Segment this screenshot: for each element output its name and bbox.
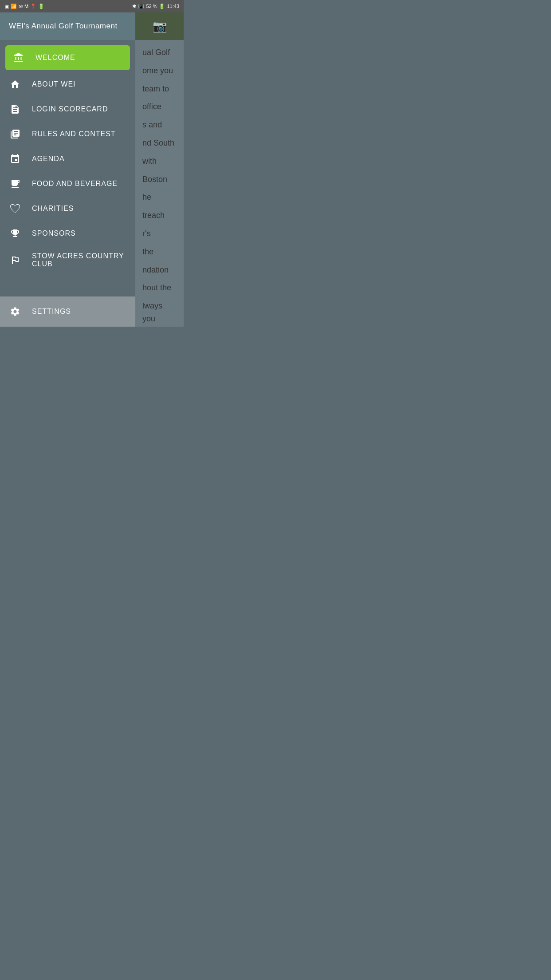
- sidebar-item-sponsors[interactable]: SPONSORS: [0, 221, 135, 246]
- content-area: ual Golf ome you team to office s and nd…: [135, 40, 184, 327]
- sidebar-item-scorecard[interactable]: LOGIN SCORECARD: [0, 97, 135, 122]
- sidebar-item-food-label: FOOD AND BEVERAGE: [32, 180, 118, 188]
- sidebar-title: WEI's Annual Golf Tournament: [9, 22, 118, 31]
- content-line-7: with: [142, 155, 177, 168]
- sidebar-header: WEI's Annual Golf Tournament: [0, 12, 135, 40]
- content-line-8: Boston: [142, 173, 177, 186]
- content-line-2: ome you: [142, 64, 177, 77]
- sim-icon: ▣: [4, 4, 9, 9]
- content-line-5: s and: [142, 119, 177, 131]
- sidebar-item-stow-label: STOW ACRES COUNTRY CLUB: [32, 252, 126, 268]
- content-line-13: ndation: [142, 264, 177, 277]
- content-line-10: treach: [142, 209, 177, 222]
- settings-icon: [9, 305, 21, 318]
- stow-icon: [9, 254, 21, 266]
- rules-icon: [9, 128, 21, 140]
- sidebar-item-agenda[interactable]: AGENDA: [0, 146, 135, 171]
- sidebar: WEI's Annual Golf Tournament WELCOME: [0, 12, 135, 327]
- charities-icon: [9, 202, 21, 215]
- app-container: WEI's Annual Golf Tournament WELCOME: [0, 12, 184, 327]
- content-line-15: lways you: [142, 300, 177, 325]
- content-line-4: office: [142, 100, 177, 113]
- agenda-icon: [9, 153, 21, 165]
- sidebar-item-rules-label: RULES AND CONTEST: [32, 130, 116, 138]
- bluetooth-icon: ✱: [132, 4, 136, 9]
- about-icon: [9, 78, 21, 91]
- location-icon: 📍: [30, 4, 36, 9]
- sidebar-item-about[interactable]: ABOUT WEI: [0, 72, 135, 97]
- content-line-6: nd South: [142, 137, 177, 150]
- sidebar-item-welcome[interactable]: WELCOME: [5, 45, 130, 70]
- status-right: ✱ 📳 52 % 🔋 11:43: [132, 4, 179, 9]
- sidebar-item-rules[interactable]: RULES AND CONTEST: [0, 122, 135, 146]
- main-content: 📷 ual Golf ome you team to office s and …: [135, 12, 184, 327]
- time: 11:43: [167, 4, 179, 9]
- scorecard-icon: [9, 103, 21, 115]
- battery-save-icon: 🔋: [38, 4, 44, 9]
- battery-percent: 52 %: [146, 4, 157, 9]
- wifi-icon: 📶: [11, 4, 17, 9]
- sponsors-icon: [9, 227, 21, 240]
- content-line-11: r's: [142, 227, 177, 240]
- sidebar-item-scorecard-label: LOGIN SCORECARD: [32, 105, 108, 113]
- welcome-icon: [12, 51, 25, 64]
- sidebar-item-agenda-label: AGENDA: [32, 155, 65, 163]
- content-line-1: ual Golf: [142, 46, 177, 59]
- mail-icon: ✉: [19, 4, 23, 9]
- content-line-9: he: [142, 191, 177, 204]
- food-icon: [9, 178, 21, 190]
- status-left-icons: ▣ 📶 ✉ M 📍 🔋: [4, 4, 44, 9]
- sidebar-item-stow[interactable]: STOW ACRES COUNTRY CLUB: [0, 246, 135, 274]
- top-bar-right: 📷: [135, 12, 184, 40]
- sidebar-item-sponsors-label: SPONSORS: [32, 229, 76, 237]
- gmail-icon: M: [24, 4, 28, 9]
- status-bar: ▣ 📶 ✉ M 📍 🔋 ✱ 📳 52 % 🔋 11:43: [0, 0, 184, 12]
- content-line-14: hout the: [142, 281, 177, 294]
- sidebar-item-charities[interactable]: CHARITIES: [0, 196, 135, 221]
- vibrate-icon: 📳: [138, 4, 144, 9]
- sidebar-item-charities-label: CHARITIES: [32, 205, 74, 213]
- sidebar-item-about-label: ABOUT WEI: [32, 80, 76, 88]
- battery-icon: 🔋: [159, 4, 165, 9]
- nav-items: WELCOME ABOUT WEI LOGIN SCORECARD: [0, 40, 135, 296]
- sidebar-item-food[interactable]: FOOD AND BEVERAGE: [0, 171, 135, 196]
- camera-icon[interactable]: 📷: [153, 20, 167, 33]
- content-line-12: the: [142, 245, 177, 258]
- sidebar-item-settings[interactable]: SETTINGS: [0, 296, 135, 327]
- content-line-3: team to: [142, 83, 177, 95]
- sidebar-item-welcome-label: WELCOME: [35, 54, 75, 62]
- sidebar-settings-label: SETTINGS: [32, 308, 71, 316]
